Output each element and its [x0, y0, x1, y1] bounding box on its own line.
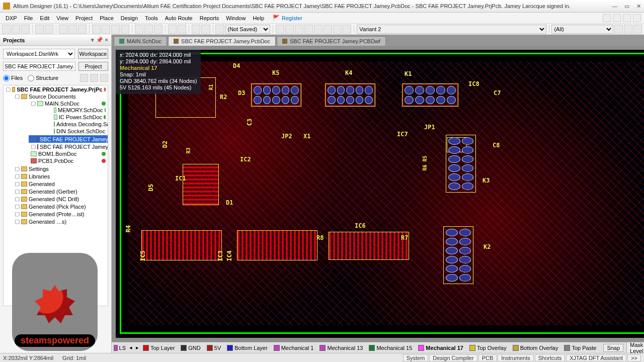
tool-zoom-area[interactable]: [59, 25, 67, 34]
layer-tab[interactable]: Mechanical 1: [271, 344, 316, 351]
tool-cut[interactable]: [92, 25, 101, 34]
pcb-canvas[interactable]: x: 2024.000 dx: 2024.000 mil y: 2864.000…: [116, 50, 644, 338]
tool-open[interactable]: [12, 25, 20, 34]
menu-edit[interactable]: Edit: [36, 14, 53, 22]
tool-polygon[interactable]: [314, 25, 323, 34]
sort-icon[interactable]: [90, 74, 98, 82]
close-button[interactable]: ✕: [636, 3, 641, 10]
layer-tab[interactable]: Top Paste: [561, 344, 599, 351]
menu-place[interactable]: Place: [96, 14, 117, 22]
tool-route[interactable]: [276, 25, 284, 34]
panel-pin-icon[interactable]: 📌: [96, 37, 103, 43]
toolbar: (Not Saved) Variant 2 (All): [0, 24, 644, 35]
tool-preview[interactable]: [45, 25, 53, 34]
tool-via[interactable]: [285, 25, 294, 34]
filter-combo[interactable]: (All): [551, 25, 613, 34]
project-field[interactable]: [3, 62, 75, 71]
tool-paste[interactable]: [111, 25, 120, 34]
variant-combo[interactable]: Variant 2: [357, 25, 546, 34]
tool-new[interactable]: [2, 25, 11, 34]
options-icon[interactable]: [100, 74, 108, 82]
tool-origin[interactable]: [178, 25, 186, 34]
toolbar-button[interactable]: [623, 14, 631, 22]
minimize-button[interactable]: —: [612, 3, 617, 10]
tool-rubber[interactable]: [121, 25, 129, 34]
status-panel-button[interactable]: Instruments: [498, 354, 533, 361]
tool-print[interactable]: [35, 25, 44, 34]
menu-auto-route[interactable]: Auto Route: [162, 14, 196, 22]
workspace-select[interactable]: Workspace1.DsnWrk: [3, 49, 75, 59]
workspace-button[interactable]: Workspace: [78, 49, 108, 59]
watermark-logo: steamspowered: [12, 253, 98, 351]
snapshot-combo[interactable]: (Not Saved): [225, 25, 270, 34]
layer-tab[interactable]: 5V: [204, 344, 223, 351]
status-grid: Grid: 1mil: [62, 355, 86, 361]
tool-pad[interactable]: [295, 25, 303, 34]
tool-redo[interactable]: [201, 25, 210, 34]
tool-zoom-fit[interactable]: [68, 25, 77, 34]
tool-line[interactable]: [324, 25, 332, 34]
mode-structure[interactable]: Structure: [28, 75, 58, 81]
menu-file[interactable]: File: [21, 14, 37, 22]
mask-level-button[interactable]: Mask Level: [626, 342, 644, 353]
tool-move[interactable]: [144, 25, 153, 34]
tool-select[interactable]: [135, 25, 143, 34]
toolbar-button[interactable]: [603, 14, 611, 22]
tool-filter-apply[interactable]: [614, 25, 623, 34]
menu-design[interactable]: Design: [117, 14, 141, 22]
menu-reports[interactable]: Reports: [196, 14, 223, 22]
tool-save[interactable]: [21, 25, 30, 34]
tool-help[interactable]: [633, 25, 642, 34]
menu-dxp[interactable]: DXP: [2, 14, 21, 22]
menu-window[interactable]: Window: [222, 14, 249, 22]
toolbar-button[interactable]: [613, 14, 621, 22]
tool-copy[interactable]: [102, 25, 110, 34]
panel-menu-icon[interactable]: ▾: [91, 37, 94, 43]
layer-tab[interactable]: Top Layer: [140, 344, 177, 351]
layer-color-swatch[interactable]: [114, 345, 118, 351]
status-panel-button[interactable]: Shortcuts: [535, 354, 565, 361]
menu-view[interactable]: View: [53, 14, 72, 22]
status-panel-button[interactable]: PCB: [478, 354, 497, 361]
snap-button[interactable]: Snap: [603, 344, 623, 352]
tab-pcbdoc[interactable]: SBC FAE PROJECT Jamey.PcbDoc: [168, 36, 276, 46]
menu-tools[interactable]: Tools: [141, 14, 162, 22]
layer-tab[interactable]: Mechanical 15: [366, 344, 415, 351]
status-panel-button[interactable]: >>: [627, 354, 641, 361]
tab-schematic[interactable]: MAIN.SchDoc: [114, 36, 167, 46]
tool-zoom-sel[interactable]: [78, 25, 87, 34]
tool-grid[interactable]: [215, 25, 224, 34]
layer-tab[interactable]: Top Overlay: [467, 344, 509, 351]
menu-project[interactable]: Project: [72, 14, 96, 22]
tool-fill[interactable]: [304, 25, 313, 34]
status-panel-button[interactable]: System: [403, 354, 429, 361]
layer-tab[interactable]: GND: [178, 344, 203, 351]
layer-tabs: LS ◂▸ Top LayerGND5VBottom LayerMechanic…: [112, 342, 644, 353]
layer-tab[interactable]: Mechanical 13: [317, 344, 365, 351]
app-icon: [3, 3, 10, 10]
tool-string[interactable]: [333, 25, 342, 34]
heads-up-display: x: 2024.000 dx: 2024.000 mil y: 2864.000…: [116, 50, 201, 94]
menu-help[interactable]: Help: [249, 14, 268, 22]
status-panel-button[interactable]: Design Compiler: [429, 354, 477, 361]
tool-filter-clear[interactable]: [624, 25, 632, 34]
project-button[interactable]: Project: [78, 62, 108, 71]
tool-cross[interactable]: [168, 25, 177, 34]
refresh-icon[interactable]: [80, 74, 88, 82]
mode-files[interactable]: Files: [3, 75, 23, 81]
layer-tab[interactable]: Mechanical 17: [416, 344, 466, 351]
projects-panel-title: Projects: [3, 37, 25, 43]
panel-close-icon[interactable]: ×: [105, 37, 108, 43]
window-title: Altium Designer (16.1) - C:\Users\Jamey\…: [13, 3, 612, 9]
tool-dimension[interactable]: [343, 25, 351, 34]
tab-pcbdwf[interactable]: SBC FAE PROJECT Jamey.PCBDwf: [277, 36, 386, 46]
layer-tab[interactable]: Bottom Layer: [224, 344, 270, 351]
toolbar-button[interactable]: [633, 14, 641, 22]
tool-deselect[interactable]: [154, 25, 163, 34]
tool-undo[interactable]: [192, 25, 200, 34]
layer-set-label[interactable]: LS: [119, 345, 126, 351]
register-link[interactable]: 🚩 Register: [273, 15, 302, 21]
maximize-button[interactable]: ▭: [624, 3, 629, 10]
layer-tab[interactable]: Bottom Overlay: [510, 344, 561, 351]
status-panel-button[interactable]: XJTAG DFT Assistant: [566, 354, 626, 361]
